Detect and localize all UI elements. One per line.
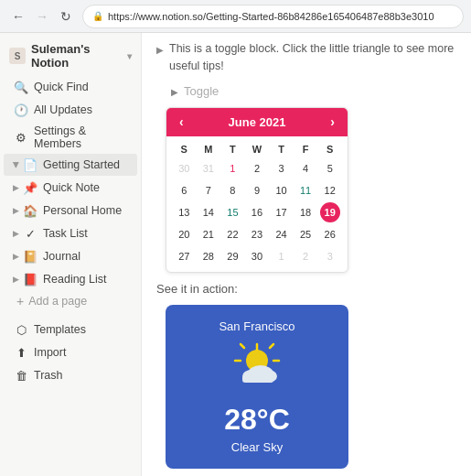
calendar-next-button[interactable]: › — [328, 115, 337, 128]
page-icon: 📄 — [22, 157, 38, 173]
cal-day[interactable]: 1 — [272, 246, 292, 266]
pin-icon: 📌 — [22, 179, 38, 196]
lock-icon: 🔒 — [92, 11, 103, 21]
address-bar[interactable]: 🔒 https://www.notion.so/Getting-Started-… — [82, 5, 464, 28]
cal-day[interactable]: 14 — [198, 202, 219, 222]
cal-day[interactable]: 9 — [247, 180, 267, 200]
cal-day[interactable]: 7 — [198, 180, 219, 200]
cal-day[interactable]: 7 — [247, 268, 267, 274]
workspace-header[interactable]: S Suleman's Notion ▾ — [0, 37, 141, 75]
cal-day[interactable]: 10 — [320, 268, 340, 274]
cal-day[interactable]: 8 — [222, 180, 242, 200]
cal-day[interactable]: 15 — [222, 202, 242, 222]
cal-day[interactable]: 25 — [295, 224, 316, 244]
calendar-prev-button[interactable]: ‹ — [177, 115, 186, 128]
forward-button[interactable]: → — [31, 5, 53, 27]
sidebar-item-label: Settings & Members — [34, 124, 128, 150]
add-page-button[interactable]: + Add a page — [4, 291, 137, 311]
cal-day[interactable]: 18 — [295, 202, 316, 222]
sidebar-item-all-updates[interactable]: 🕐 All Updates — [4, 99, 137, 121]
sidebar-item-label: Reading List — [43, 273, 107, 286]
page-arrow-icon: ▶ — [13, 183, 19, 192]
home-icon: 🏠 — [22, 202, 38, 219]
cal-day[interactable]: 4 — [174, 268, 194, 274]
cal-day[interactable]: 30 — [247, 246, 267, 266]
cal-day[interactable]: 28 — [198, 246, 219, 266]
cal-day[interactable]: 10 — [272, 180, 292, 200]
cal-day[interactable]: 26 — [320, 224, 340, 244]
toggle-triangle-icon: ▶ — [156, 43, 164, 57]
plus-icon: + — [16, 294, 24, 308]
sidebar-item-personal-home[interactable]: ▶ 🏠 Personal Home — [4, 200, 137, 222]
sidebar-item-import[interactable]: ⬆ Import — [4, 341, 137, 363]
cal-day[interactable]: 5 — [198, 268, 219, 274]
day-header-wed: W — [245, 142, 270, 157]
weather-description: Clear Sky — [180, 440, 334, 454]
sidebar-item-task-list[interactable]: ▶ ✓ Task List — [4, 222, 137, 244]
cal-day[interactable]: 2 — [295, 246, 316, 266]
workspace-name: Suleman's Notion — [31, 42, 127, 70]
cal-day[interactable]: 17 — [272, 202, 292, 222]
toggle-block[interactable]: ▶ Toggle — [156, 84, 456, 98]
sidebar: S Suleman's Notion ▾ 🔍 Quick Find 🕐 All … — [0, 33, 142, 476]
weather-card: San Francisco — [166, 305, 348, 469]
cal-day[interactable]: 23 — [247, 224, 267, 244]
calendar-week-5: 27 28 29 30 1 2 3 — [172, 246, 342, 266]
cal-day-today[interactable]: 19 — [320, 202, 340, 222]
svg-line-4 — [241, 344, 244, 348]
calendar-header: ‹ June 2021 › — [166, 108, 348, 136]
sidebar-item-quick-note[interactable]: ▶ 📌 Quick Note — [4, 177, 137, 199]
cal-day[interactable]: 2 — [247, 158, 267, 178]
cal-day[interactable]: 13 — [174, 202, 194, 222]
sidebar-item-label: Task List — [43, 227, 88, 240]
cal-day[interactable]: 4 — [295, 158, 316, 178]
calendar-month-year: June 2021 — [229, 115, 286, 129]
cal-day[interactable]: 5 — [320, 158, 340, 178]
toggle-arrow-icon: ▶ — [171, 87, 178, 97]
cal-day[interactable]: 6 — [174, 180, 194, 200]
sidebar-item-quick-find[interactable]: 🔍 Quick Find — [4, 76, 137, 98]
cal-day[interactable]: 20 — [174, 224, 194, 244]
sidebar-item-getting-started[interactable]: ▶ 📄 Getting Started — [4, 154, 137, 176]
import-icon: ⬆ — [13, 344, 29, 361]
search-icon: 🔍 — [13, 79, 29, 95]
sidebar-item-reading-list[interactable]: ▶ 📕 Reading List — [4, 268, 137, 290]
sidebar-item-label: Import — [34, 346, 66, 359]
sidebar-item-journal[interactable]: ▶ 📔 Journal — [4, 245, 137, 267]
svg-line-3 — [270, 344, 273, 348]
cal-day[interactable]: 22 — [222, 224, 242, 244]
page-arrow-icon: ▶ — [12, 162, 21, 168]
day-header-thu: T — [269, 142, 294, 157]
cal-day[interactable]: 9 — [295, 268, 316, 274]
cal-day[interactable]: 1 — [222, 158, 242, 178]
sidebar-item-label: Journal — [43, 250, 80, 263]
cal-day[interactable]: 21 — [198, 224, 219, 244]
cal-day[interactable]: 3 — [272, 158, 292, 178]
add-page-label: Add a page — [28, 295, 87, 308]
toggle-info-block: ▶ This is a toggle block. Click the litt… — [156, 40, 456, 75]
app-body: S Suleman's Notion ▾ 🔍 Quick Find 🕐 All … — [0, 33, 471, 476]
back-button[interactable]: ← — [7, 5, 29, 27]
cal-day[interactable]: 6 — [222, 268, 242, 274]
sidebar-item-settings[interactable]: ⚙ Settings & Members — [4, 122, 137, 153]
sidebar-item-templates[interactable]: ⬡ Templates — [4, 319, 137, 341]
cal-day[interactable]: 30 — [174, 158, 194, 178]
reload-button[interactable]: ↻ — [55, 5, 77, 27]
cal-day[interactable]: 31 — [198, 158, 219, 178]
cal-day[interactable]: 27 — [174, 246, 194, 266]
cal-day[interactable]: 29 — [222, 246, 242, 266]
day-header-fri: F — [294, 142, 318, 157]
cal-day[interactable]: 8 — [272, 268, 292, 274]
sidebar-item-trash[interactable]: 🗑 Trash — [4, 364, 137, 386]
sidebar-item-label: Personal Home — [43, 204, 122, 217]
cal-day[interactable]: 24 — [272, 224, 292, 244]
cal-day[interactable]: 12 — [320, 180, 340, 200]
page-arrow-icon: ▶ — [13, 252, 19, 261]
main-content: ▶ This is a toggle block. Click the litt… — [142, 33, 471, 476]
cal-day[interactable]: 16 — [247, 202, 267, 222]
day-header-tue: T — [220, 142, 245, 157]
day-header-mon: M — [197, 142, 221, 157]
cal-day[interactable]: 3 — [320, 246, 340, 266]
cal-day[interactable]: 11 — [295, 180, 316, 200]
workspace-chevron-icon: ▾ — [127, 51, 132, 61]
